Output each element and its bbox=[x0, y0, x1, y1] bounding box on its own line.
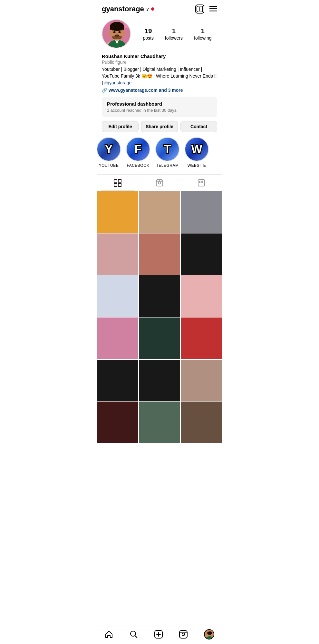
followers-stat[interactable]: 1 followers bbox=[165, 27, 183, 41]
highlight-letter-website: W bbox=[191, 143, 202, 156]
highlight-label-website: WEBSITE bbox=[188, 163, 206, 168]
profile-header: 19 posts 1 followers 1 following bbox=[102, 19, 217, 48]
svg-point-33 bbox=[199, 181, 201, 183]
dashboard-title: Professional dashboard bbox=[107, 101, 212, 107]
highlight-website[interactable]: W WEBSITE bbox=[185, 137, 209, 168]
svg-point-27 bbox=[159, 182, 161, 184]
edit-profile-button[interactable]: Edit profile bbox=[102, 121, 139, 132]
tab-tagged[interactable] bbox=[180, 175, 222, 191]
professional-dashboard[interactable]: Professional dashboard 1 account reached… bbox=[102, 97, 217, 117]
new-post-button[interactable] bbox=[195, 5, 204, 14]
post-thumbnail[interactable] bbox=[97, 275, 138, 317]
following-count: 1 bbox=[201, 27, 205, 35]
post-thumbnail[interactable] bbox=[97, 233, 138, 275]
post-thumbnail[interactable] bbox=[181, 317, 222, 359]
website-link[interactable]: 🔗 www.gyanstorage.com and 3 more bbox=[102, 88, 217, 93]
bio-text: Youtuber | Blogger | Digital Marketing |… bbox=[102, 66, 217, 86]
highlight-label-youtube: YOUTUBE bbox=[99, 163, 119, 168]
followers-count: 1 bbox=[172, 27, 176, 35]
share-profile-button[interactable]: Share profile bbox=[141, 121, 178, 132]
avatar[interactable] bbox=[102, 19, 131, 48]
content-tabs bbox=[97, 174, 222, 191]
highlight-telegram[interactable]: T TELEGRAM bbox=[155, 137, 179, 168]
post-thumbnail[interactable] bbox=[97, 402, 138, 443]
svg-rect-25 bbox=[118, 184, 121, 186]
svg-point-16 bbox=[113, 31, 116, 33]
highlight-letter-telegram: T bbox=[164, 143, 171, 156]
followers-label: followers bbox=[165, 35, 183, 41]
display-name: Roushan Kumar Chaudhary bbox=[102, 53, 217, 59]
live-indicator bbox=[151, 7, 154, 11]
post-thumbnail[interactable] bbox=[181, 233, 222, 275]
svg-rect-32 bbox=[198, 180, 205, 186]
highlight-label-facebook: FACEBOOK bbox=[127, 163, 149, 168]
svg-rect-15 bbox=[110, 26, 124, 30]
post-thumbnail[interactable] bbox=[139, 233, 180, 275]
svg-rect-23 bbox=[118, 179, 121, 182]
highlight-label-telegram: TELEGRAM bbox=[156, 163, 179, 168]
highlight-letter-facebook: F bbox=[135, 143, 142, 156]
profile-section: 19 posts 1 followers 1 following Roushan… bbox=[97, 17, 222, 132]
stats-row: 19 posts 1 followers 1 following bbox=[137, 27, 217, 41]
posts-label: posts bbox=[143, 35, 153, 41]
hashtag-link[interactable]: #gyanstorage bbox=[104, 80, 132, 85]
highlight-letter-youtube: Y bbox=[105, 143, 112, 156]
action-buttons: Edit profile Share profile Contact bbox=[102, 121, 217, 132]
post-thumbnail[interactable] bbox=[139, 317, 180, 359]
category-label: Public figure bbox=[102, 60, 217, 65]
highlights-row: Y YOUTUBE F FACEBOOK T TELEGRAM W WEBSIT… bbox=[97, 137, 222, 173]
posts-stat[interactable]: 19 posts bbox=[143, 27, 153, 41]
link-icon: 🔗 bbox=[102, 88, 107, 93]
svg-point-20 bbox=[109, 32, 111, 35]
tab-reels[interactable] bbox=[139, 175, 180, 191]
post-thumbnail[interactable] bbox=[181, 191, 222, 233]
svg-point-19 bbox=[112, 35, 122, 39]
link-text: www.gyanstorage.com and 3 more bbox=[109, 88, 183, 93]
highlight-facebook[interactable]: F FACEBOOK bbox=[126, 137, 150, 168]
post-thumbnail[interactable] bbox=[139, 275, 180, 317]
posts-grid bbox=[97, 191, 222, 443]
posts-count: 19 bbox=[145, 27, 152, 35]
tab-grid[interactable] bbox=[97, 175, 139, 191]
post-thumbnail[interactable] bbox=[181, 275, 222, 317]
post-thumbnail[interactable] bbox=[97, 360, 138, 401]
username-label[interactable]: gyanstorage bbox=[102, 5, 144, 13]
dropdown-icon[interactable]: ∨ bbox=[146, 6, 149, 12]
highlight-youtube[interactable]: Y YOUTUBE bbox=[97, 137, 121, 168]
top-navigation: gyanstorage ∨ bbox=[97, 0, 222, 17]
following-label: following bbox=[194, 35, 211, 41]
post-thumbnail[interactable] bbox=[97, 317, 138, 359]
svg-point-21 bbox=[123, 32, 125, 35]
post-thumbnail[interactable] bbox=[139, 360, 180, 401]
contact-button[interactable]: Contact bbox=[180, 121, 217, 132]
dashboard-subtitle: 1 account reached in the last 30 days. bbox=[107, 108, 212, 113]
post-thumbnail[interactable] bbox=[181, 360, 222, 401]
following-stat[interactable]: 1 following bbox=[194, 27, 211, 41]
nav-left: gyanstorage ∨ bbox=[102, 5, 154, 13]
svg-point-18 bbox=[116, 33, 118, 35]
nav-right bbox=[195, 5, 217, 14]
svg-rect-24 bbox=[114, 184, 117, 186]
post-thumbnail[interactable] bbox=[139, 402, 180, 443]
post-thumbnail[interactable] bbox=[181, 402, 222, 443]
post-thumbnail[interactable] bbox=[139, 191, 180, 233]
svg-rect-22 bbox=[114, 179, 117, 182]
menu-button[interactable] bbox=[209, 5, 217, 14]
svg-point-8 bbox=[123, 22, 130, 28]
svg-point-17 bbox=[119, 31, 121, 33]
bio-section: Roushan Kumar Chaudhary Public figure Yo… bbox=[102, 53, 217, 93]
post-thumbnail[interactable] bbox=[97, 191, 138, 233]
